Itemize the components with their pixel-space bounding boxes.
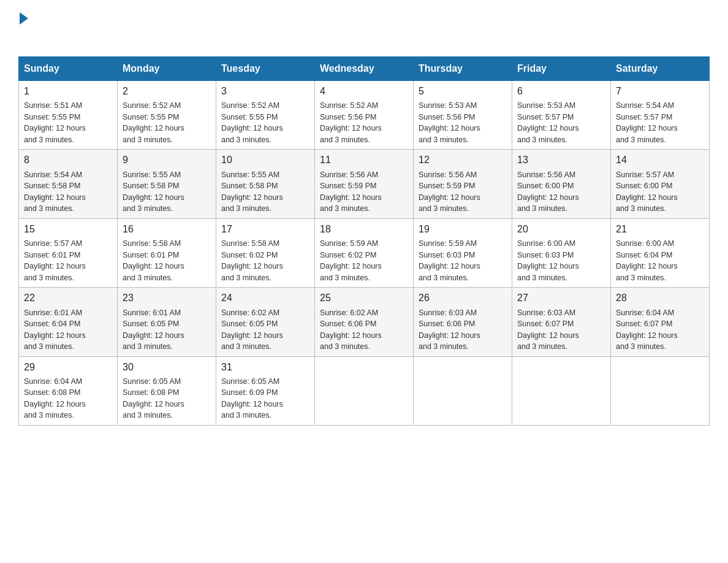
day-number: 11 <box>320 153 408 167</box>
calendar-header-tuesday: Tuesday <box>216 57 315 81</box>
calendar-cell: 9 Sunrise: 5:55 AM Sunset: 5:58 PM Dayli… <box>118 150 216 218</box>
day-number: 9 <box>123 153 211 167</box>
day-number: 17 <box>221 223 309 236</box>
day-info: Sunrise: 6:00 AM Sunset: 6:03 PM Dayligh… <box>517 239 579 282</box>
day-number: 18 <box>320 223 408 236</box>
day-info: Sunrise: 5:56 AM Sunset: 5:59 PM Dayligh… <box>320 170 382 213</box>
day-info: Sunrise: 5:59 AM Sunset: 6:03 PM Dayligh… <box>419 239 480 282</box>
day-number: 5 <box>419 85 507 98</box>
day-info: Sunrise: 5:57 AM Sunset: 6:00 PM Dayligh… <box>616 170 678 213</box>
day-info: Sunrise: 5:57 AM Sunset: 6:01 PM Dayligh… <box>24 239 86 282</box>
day-number: 19 <box>419 223 507 236</box>
day-number: 4 <box>320 85 408 98</box>
calendar-cell <box>611 356 710 425</box>
day-number: 28 <box>616 291 704 305</box>
day-info: Sunrise: 5:51 AM Sunset: 5:55 PM Dayligh… <box>24 101 86 144</box>
calendar-cell: 15 Sunrise: 5:57 AM Sunset: 6:01 PM Dayl… <box>19 218 118 287</box>
day-info: Sunrise: 6:03 AM Sunset: 6:06 PM Dayligh… <box>419 308 480 351</box>
calendar-cell: 11 Sunrise: 5:56 AM Sunset: 5:59 PM Dayl… <box>315 150 414 218</box>
day-info: Sunrise: 5:55 AM Sunset: 5:58 PM Dayligh… <box>123 170 184 213</box>
calendar-cell: 16 Sunrise: 5:58 AM Sunset: 6:01 PM Dayl… <box>118 218 216 287</box>
calendar-cell: 31 Sunrise: 6:05 AM Sunset: 6:09 PM Dayl… <box>216 356 315 425</box>
day-info: Sunrise: 6:01 AM Sunset: 6:04 PM Dayligh… <box>24 308 86 351</box>
day-number: 26 <box>419 291 507 305</box>
calendar-cell: 4 Sunrise: 5:52 AM Sunset: 5:56 PM Dayli… <box>315 81 414 150</box>
day-info: Sunrise: 5:58 AM Sunset: 6:01 PM Dayligh… <box>123 239 184 282</box>
calendar-cell: 17 Sunrise: 5:58 AM Sunset: 6:02 PM Dayl… <box>216 218 315 287</box>
day-info: Sunrise: 6:05 AM Sunset: 6:08 PM Dayligh… <box>123 377 184 420</box>
calendar-cell: 21 Sunrise: 6:00 AM Sunset: 6:04 PM Dayl… <box>611 218 710 287</box>
calendar-cell: 26 Sunrise: 6:03 AM Sunset: 6:06 PM Dayl… <box>414 288 512 356</box>
logo-text <box>18 12 28 25</box>
calendar-cell <box>512 356 611 425</box>
day-number: 22 <box>24 291 112 305</box>
calendar-header-wednesday: Wednesday <box>315 57 414 81</box>
calendar-week-row: 29 Sunrise: 6:04 AM Sunset: 6:08 PM Dayl… <box>19 356 710 425</box>
day-number: 6 <box>517 85 605 98</box>
day-number: 12 <box>419 153 507 167</box>
day-info: Sunrise: 5:53 AM Sunset: 5:56 PM Dayligh… <box>419 101 480 144</box>
day-number: 20 <box>517 223 605 236</box>
day-info: Sunrise: 6:04 AM Sunset: 6:08 PM Dayligh… <box>24 377 86 420</box>
day-number: 8 <box>24 153 112 167</box>
calendar-cell <box>414 356 512 425</box>
day-info: Sunrise: 6:05 AM Sunset: 6:09 PM Dayligh… <box>221 377 283 420</box>
day-number: 15 <box>24 223 112 236</box>
calendar-header-sunday: Sunday <box>19 57 118 81</box>
calendar-cell: 24 Sunrise: 6:02 AM Sunset: 6:05 PM Dayl… <box>216 288 315 356</box>
calendar-cell: 19 Sunrise: 5:59 AM Sunset: 6:03 PM Dayl… <box>414 218 512 287</box>
logo-arrow-icon <box>20 12 28 25</box>
day-number: 14 <box>616 153 704 167</box>
calendar-cell: 22 Sunrise: 6:01 AM Sunset: 6:04 PM Dayl… <box>19 288 118 356</box>
day-info: Sunrise: 5:56 AM Sunset: 6:00 PM Dayligh… <box>517 170 579 213</box>
day-number: 2 <box>123 85 211 98</box>
day-number: 10 <box>221 153 309 167</box>
day-number: 16 <box>123 223 211 236</box>
day-number: 7 <box>616 85 704 98</box>
day-info: Sunrise: 6:02 AM Sunset: 6:05 PM Dayligh… <box>221 308 283 351</box>
day-info: Sunrise: 5:59 AM Sunset: 6:02 PM Dayligh… <box>320 239 382 282</box>
calendar-cell: 14 Sunrise: 5:57 AM Sunset: 6:00 PM Dayl… <box>611 150 710 218</box>
calendar-cell <box>315 356 414 425</box>
day-info: Sunrise: 5:55 AM Sunset: 5:58 PM Dayligh… <box>221 170 283 213</box>
calendar-cell: 6 Sunrise: 5:53 AM Sunset: 5:57 PM Dayli… <box>512 81 611 150</box>
day-number: 27 <box>517 291 605 305</box>
day-number: 24 <box>221 291 309 305</box>
day-number: 25 <box>320 291 408 305</box>
day-info: Sunrise: 5:54 AM Sunset: 5:57 PM Dayligh… <box>616 101 678 144</box>
day-info: Sunrise: 5:52 AM Sunset: 5:55 PM Dayligh… <box>221 101 283 144</box>
calendar-cell: 10 Sunrise: 5:55 AM Sunset: 5:58 PM Dayl… <box>216 150 315 218</box>
calendar-cell: 3 Sunrise: 5:52 AM Sunset: 5:55 PM Dayli… <box>216 81 315 150</box>
day-info: Sunrise: 5:52 AM Sunset: 5:56 PM Dayligh… <box>320 101 382 144</box>
page-header <box>18 12 710 44</box>
calendar-cell: 1 Sunrise: 5:51 AM Sunset: 5:55 PM Dayli… <box>19 81 118 150</box>
day-number: 31 <box>221 361 309 374</box>
day-number: 21 <box>616 223 704 236</box>
day-number: 13 <box>517 153 605 167</box>
day-info: Sunrise: 6:02 AM Sunset: 6:06 PM Dayligh… <box>320 308 382 351</box>
calendar-cell: 12 Sunrise: 5:56 AM Sunset: 5:59 PM Dayl… <box>414 150 512 218</box>
logo <box>18 12 28 44</box>
calendar-cell: 18 Sunrise: 5:59 AM Sunset: 6:02 PM Dayl… <box>315 218 414 287</box>
day-number: 29 <box>24 361 112 374</box>
day-number: 30 <box>123 361 211 374</box>
day-number: 3 <box>221 85 309 98</box>
calendar-week-row: 1 Sunrise: 5:51 AM Sunset: 5:55 PM Dayli… <box>19 81 710 150</box>
calendar-cell: 30 Sunrise: 6:05 AM Sunset: 6:08 PM Dayl… <box>118 356 216 425</box>
day-info: Sunrise: 6:03 AM Sunset: 6:07 PM Dayligh… <box>517 308 579 351</box>
calendar-cell: 29 Sunrise: 6:04 AM Sunset: 6:08 PM Dayl… <box>19 356 118 425</box>
calendar-header-thursday: Thursday <box>414 57 512 81</box>
calendar-header-row: SundayMondayTuesdayWednesdayThursdayFrid… <box>19 57 710 81</box>
calendar-header-friday: Friday <box>512 57 611 81</box>
calendar-cell: 13 Sunrise: 5:56 AM Sunset: 6:00 PM Dayl… <box>512 150 611 218</box>
day-info: Sunrise: 5:56 AM Sunset: 5:59 PM Dayligh… <box>419 170 480 213</box>
calendar-cell: 8 Sunrise: 5:54 AM Sunset: 5:58 PM Dayli… <box>19 150 118 218</box>
calendar-cell: 20 Sunrise: 6:00 AM Sunset: 6:03 PM Dayl… <box>512 218 611 287</box>
day-info: Sunrise: 5:53 AM Sunset: 5:57 PM Dayligh… <box>517 101 579 144</box>
calendar-table: SundayMondayTuesdayWednesdayThursdayFrid… <box>18 56 710 426</box>
day-info: Sunrise: 6:01 AM Sunset: 6:05 PM Dayligh… <box>123 308 184 351</box>
day-info: Sunrise: 6:04 AM Sunset: 6:07 PM Dayligh… <box>616 308 678 351</box>
day-info: Sunrise: 5:58 AM Sunset: 6:02 PM Dayligh… <box>221 239 283 282</box>
calendar-cell: 28 Sunrise: 6:04 AM Sunset: 6:07 PM Dayl… <box>611 288 710 356</box>
day-info: Sunrise: 5:52 AM Sunset: 5:55 PM Dayligh… <box>123 101 184 144</box>
